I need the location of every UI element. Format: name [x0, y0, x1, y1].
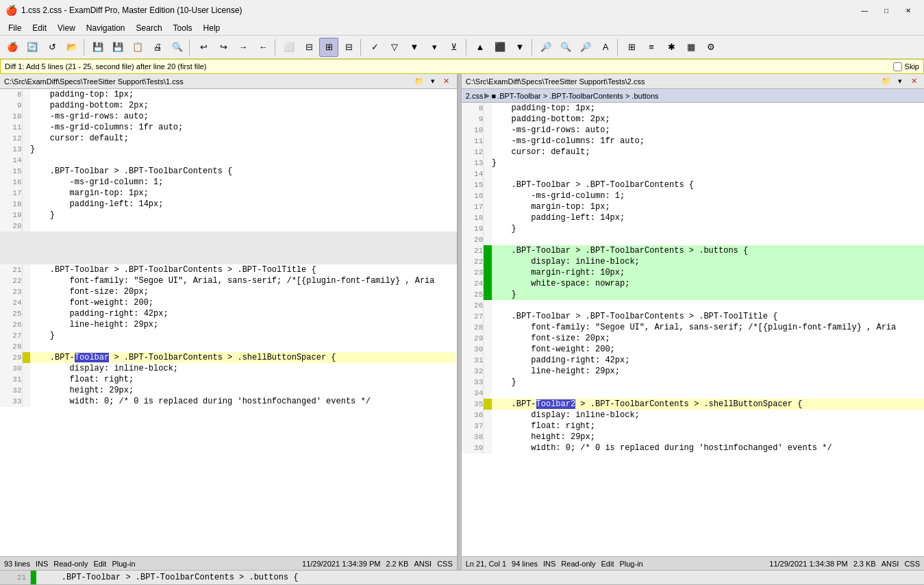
filter3-button[interactable]: ▾ [425, 38, 444, 57]
line-diff-marker [484, 201, 492, 212]
font-button[interactable]: A [596, 38, 615, 57]
zoom-button[interactable]: 🔍 [168, 38, 187, 57]
next-diff-button[interactable]: ▼ [510, 38, 529, 57]
line-number: 22 [0, 275, 22, 286]
find-button[interactable]: 🔎 [536, 38, 555, 57]
table-row: 17 margin-top: 1px; [462, 201, 924, 212]
code-line-content: -ms-grid-columns: 1fr auto; [30, 122, 456, 133]
table-row: 14 [462, 169, 924, 179]
right-close-icon[interactable]: ✕ [908, 75, 920, 88]
find3-button[interactable]: 🔎 [576, 38, 595, 57]
line-number: 21 [462, 245, 484, 256]
code-line-content: white-space: nowrap; [492, 278, 924, 289]
line-diff-marker [484, 344, 492, 355]
line-diff-marker [22, 111, 30, 122]
line-diff-marker [22, 275, 30, 286]
show-changes-button[interactable]: ✓ [365, 38, 384, 57]
skip-label: Skip [905, 62, 919, 71]
view1-button[interactable]: ⊞ [622, 38, 641, 57]
line-number [0, 232, 456, 264]
find2-button[interactable]: 🔍 [556, 38, 575, 57]
table-row: 30 font-weight: 200; [462, 344, 924, 355]
table-row: 34 [462, 388, 924, 399]
menu-item-edit[interactable]: Edit [27, 22, 52, 34]
maximize-button[interactable]: □ [876, 3, 897, 17]
skip-checkbox[interactable] [893, 62, 902, 71]
filter-button[interactable]: ▽ [385, 38, 404, 57]
line-number: 34 [462, 388, 484, 399]
right-folder-icon[interactable]: 📁 [880, 75, 892, 88]
copy-left-button[interactable]: ← [253, 38, 273, 57]
view4-button[interactable]: ▦ [682, 38, 701, 57]
menu-item-navigation[interactable]: Navigation [81, 22, 131, 34]
open-files-button[interactable]: 📂 [62, 38, 82, 57]
table-row: 36 display: inline-block; [462, 410, 924, 421]
save-right-button[interactable]: 💾 [108, 38, 127, 57]
settings-button[interactable]: ⚙ [701, 38, 721, 57]
save-copy-button[interactable]: 📋 [128, 38, 147, 57]
line-number: 29 [462, 333, 484, 344]
prev-diff-button[interactable]: ▲ [471, 38, 490, 57]
right-code-area[interactable]: 8 padding-top: 1px; 9 padding-bottom: 2p… [462, 103, 924, 556]
line-diff-marker [484, 388, 492, 399]
table-row: 33 } [462, 377, 924, 388]
minimize-button[interactable]: — [854, 3, 875, 17]
view2-button[interactable]: ≡ [642, 38, 661, 57]
filter2-button[interactable]: ▼ [405, 38, 424, 57]
line-diff-marker [484, 355, 492, 366]
line-number: 9 [462, 114, 484, 125]
menu-item-search[interactable]: Search [131, 22, 168, 34]
mark-button[interactable]: ⬛ [490, 38, 510, 57]
table-row: 27 .BPT-Toolbar > .BPT-ToolbarContents >… [462, 311, 924, 322]
right-size: 2.3 KB [853, 560, 876, 568]
code-line-content: float: right; [492, 421, 924, 432]
menu-item-tools[interactable]: Tools [168, 22, 198, 34]
view3-button[interactable]: ✱ [662, 38, 681, 57]
print-button[interactable]: 🖨 [148, 38, 167, 57]
line-number: 14 [462, 169, 484, 179]
close-button[interactable]: ✕ [898, 3, 919, 17]
line-diff-marker [484, 300, 492, 311]
table-row: 37 float: right; [462, 421, 924, 432]
breadcrumb-file[interactable]: 2.css [466, 92, 484, 100]
table-row: 39 width: 0; /* 0 is replaced during 'ho… [462, 443, 924, 453]
right-plugin: Plug-in [619, 560, 642, 568]
undo-button[interactable]: ↩ [194, 38, 213, 57]
refresh-button[interactable]: ↺ [42, 38, 62, 57]
line-number: 27 [0, 330, 22, 341]
right-line-count: 94 lines [512, 560, 538, 568]
copy-right-button[interactable]: → [234, 38, 253, 57]
line-diff-marker [22, 155, 30, 166]
line-diff-marker [484, 432, 492, 443]
table-row: 17 margin-top: 1px; [0, 188, 456, 199]
code-line-content: height: 29px; [492, 432, 924, 443]
redo-button[interactable]: ↪ [214, 38, 233, 57]
line-diff-marker [22, 286, 30, 297]
filter4-button[interactable]: ⊻ [445, 38, 464, 57]
side-by-side-button[interactable]: ⊞ [319, 38, 338, 57]
window-controls: — □ ✕ [854, 3, 919, 17]
menu-item-file[interactable]: File [3, 22, 27, 34]
right-readonly: Read-only [561, 560, 595, 568]
inline-button[interactable]: ⊟ [339, 38, 358, 57]
line-diff-marker [484, 421, 492, 432]
line-number: 22 [462, 256, 484, 267]
left-dropdown-icon[interactable]: ▾ [427, 75, 439, 88]
titlebar: 🍎 1.css 2.css - ExamDiff Pro, Master Edi… [0, 0, 924, 21]
line-diff-marker [22, 221, 30, 232]
open-button[interactable]: 🍎 [3, 38, 22, 57]
recompare-button[interactable]: 🔄 [23, 38, 42, 57]
left-encoding: ANSI [414, 560, 432, 568]
sync-button[interactable]: ⬜ [279, 38, 299, 57]
menu-item-help[interactable]: Help [198, 22, 226, 34]
left-close-icon[interactable]: ✕ [440, 75, 453, 88]
right-dropdown-icon[interactable]: ▾ [894, 75, 906, 88]
save-left-button[interactable]: 💾 [88, 38, 108, 57]
line-diff-marker [22, 100, 30, 111]
left-folder-icon[interactable]: 📁 [413, 75, 425, 88]
left-code-area[interactable]: 8 padding-top: 1px; 9 padding-bottom: 2p… [0, 89, 457, 556]
breadcrumb-selector[interactable]: .BPT-Toolbar > .BPT-ToolbarContents > .b… [497, 92, 658, 100]
left-status-bar: 93 lines INS Read-only Edit Plug-in 11/2… [0, 556, 457, 570]
menu-item-view[interactable]: View [52, 22, 81, 34]
split-button[interactable]: ⊟ [299, 38, 319, 57]
